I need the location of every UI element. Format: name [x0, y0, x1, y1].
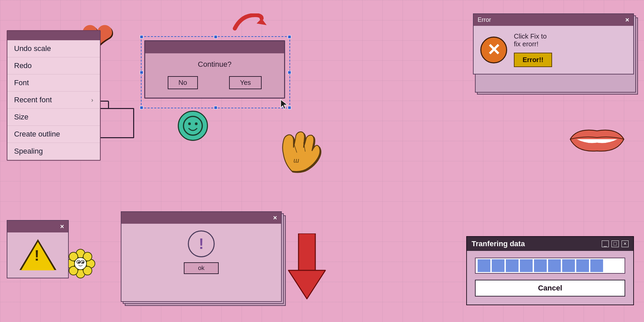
alert-close-button[interactable]: × — [60, 223, 64, 230]
svg-marker-6 — [288, 270, 325, 299]
selection-handle-tr — [288, 35, 291, 39]
continue-dialog-buttons: No Yes — [152, 76, 277, 89]
transfer-minimize-button[interactable]: _ — [602, 240, 609, 247]
menu-item-recent-font[interactable]: Recent font › — [7, 92, 100, 109]
continue-no-button[interactable]: No — [168, 76, 198, 89]
error-title: Error — [478, 16, 491, 23]
menu-item-spealing[interactable]: Spealing — [7, 143, 100, 160]
selection-handle-br — [288, 106, 291, 109]
error-titlebar: Error × — [474, 14, 633, 26]
notif-titlebar: × — [121, 212, 281, 224]
menu-item-redo[interactable]: Redo — [7, 57, 100, 74]
flower-icon — [65, 249, 96, 279]
svg-rect-5 — [299, 233, 315, 272]
selection-handle-tm — [214, 35, 217, 39]
svg-point-18 — [78, 262, 80, 263]
context-menu-header — [7, 31, 100, 40]
alert-titlebar: × — [7, 221, 68, 232]
svg-point-19 — [82, 262, 84, 263]
progress-seg-1 — [478, 259, 490, 272]
progress-seg-7 — [562, 259, 575, 272]
smiley-decoration — [178, 111, 208, 141]
progress-seg-9 — [590, 259, 603, 272]
down-arrow-decoration — [285, 233, 329, 302]
progress-seg-3 — [506, 259, 519, 272]
notif-close-button[interactable]: × — [273, 214, 277, 222]
transfer-controls: _ □ × — [602, 240, 629, 247]
alert-window-body: ! — [7, 232, 68, 278]
svg-marker-0 — [257, 18, 267, 25]
peace-hand-icon: ш — [275, 121, 322, 174]
continue-dialog-message: Continue? — [152, 60, 277, 69]
transfer-body: Cancel — [467, 251, 633, 305]
mouse-cursor — [280, 99, 288, 111]
error-text-area: Click Fix tofix erorr! Error!! — [514, 33, 627, 67]
error-x-icon: ✕ — [487, 42, 500, 58]
submenu-arrow-icon: › — [91, 97, 93, 104]
progress-seg-4 — [520, 259, 533, 272]
notif-ok-button[interactable]: ok — [184, 262, 218, 274]
progress-bar — [475, 258, 625, 274]
notification-window: × ! ok — [121, 211, 282, 302]
transfer-close-button[interactable]: × — [622, 240, 629, 247]
lips-decoration — [567, 121, 627, 159]
alert-window: × ! — [7, 220, 69, 278]
menu-item-font[interactable]: Font — [7, 74, 100, 92]
error-window: Error × ✕ Click Fix tofix erorr! Error!! — [473, 13, 634, 74]
error-icon-circle: ✕ — [480, 37, 507, 63]
progress-seg-2 — [492, 259, 504, 272]
warning-exclaim-icon: ! — [35, 247, 40, 264]
down-arrow-icon — [285, 233, 329, 301]
continue-yes-button[interactable]: Yes — [229, 76, 262, 89]
error-message: Click Fix tofix erorr! — [514, 33, 627, 48]
notif-exclaim-circle: ! — [188, 230, 215, 257]
selection-handle-ml — [140, 71, 143, 74]
warning-border: ! — [19, 239, 56, 270]
transfer-title: Tranfering data — [472, 239, 525, 248]
svg-point-3 — [195, 122, 198, 125]
transfer-maximize-button[interactable]: □ — [611, 240, 619, 247]
notif-main: × ! ok — [121, 211, 282, 302]
svg-point-15 — [74, 258, 87, 270]
selection-handle-mr — [288, 71, 291, 74]
transfer-titlebar: Tranfering data _ □ × — [467, 237, 633, 251]
error-window-main: Error × ✕ Click Fix tofix erorr! Error!! — [473, 13, 634, 74]
transfer-window: Tranfering data _ □ × Cancel — [466, 236, 634, 305]
rotate-arrow-icon — [228, 13, 268, 44]
error-fix-button[interactable]: Error!! — [514, 53, 552, 67]
svg-point-1 — [183, 116, 202, 135]
progress-seg-6 — [548, 259, 561, 272]
notif-exclaim-icon: ! — [199, 235, 204, 252]
svg-point-2 — [188, 122, 191, 125]
peace-hand-decoration: ш — [275, 121, 322, 183]
continue-dialog-body: Continue? No Yes — [145, 53, 284, 98]
selection-handle-bm — [214, 106, 217, 109]
smiley-icon — [178, 111, 208, 141]
flower-decoration — [65, 249, 96, 285]
alert-window-main: × ! — [7, 220, 69, 278]
menu-item-create-outline[interactable]: Create outline — [7, 126, 100, 143]
selection-handle-bl — [140, 106, 143, 109]
warning-triangle-icon: ! — [19, 239, 56, 271]
error-close-button[interactable]: × — [625, 16, 629, 24]
svg-marker-20 — [281, 100, 287, 109]
menu-item-undo-scale[interactable]: Undo scale — [7, 40, 100, 57]
continue-dialog: Continue? No Yes — [144, 40, 285, 99]
menu-item-size[interactable]: Size — [7, 109, 100, 126]
progress-seg-8 — [576, 259, 589, 272]
notif-body: ! ok — [121, 224, 281, 281]
selection-handle-tl — [140, 35, 143, 39]
continue-dialog-header — [145, 41, 284, 53]
error-window-body: ✕ Click Fix tofix erorr! Error!! — [474, 26, 633, 74]
progress-seg-5 — [534, 259, 547, 272]
context-menu: Undo scale Redo Font Recent font › Size … — [7, 30, 101, 161]
lips-icon — [567, 121, 627, 158]
transfer-cancel-button[interactable]: Cancel — [475, 280, 625, 297]
svg-text:ш: ш — [293, 157, 299, 164]
